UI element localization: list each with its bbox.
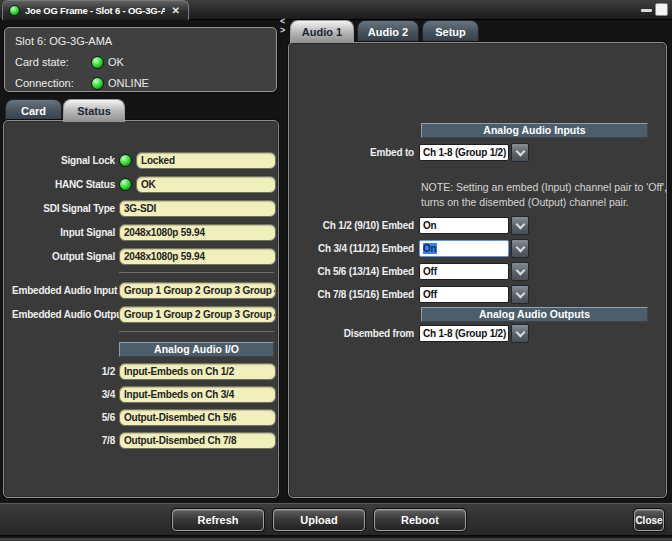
tab-setup-label: Setup — [435, 26, 466, 38]
connection-label: Connection: — [15, 77, 91, 89]
ch56-embed-dropdown[interactable]: Off — [419, 263, 509, 280]
channel-embed-row: Ch 1/2 (9/10) Embed On — [293, 217, 529, 234]
divider — [119, 272, 274, 273]
card-state-led-icon — [91, 56, 104, 69]
audio-1-panel: Analog Audio Inputs Embed to Ch 1-8 (Gro… — [288, 42, 667, 498]
channel-embed-row: Ch 5/6 (13/14) Embed Off — [293, 263, 529, 280]
note-text: NOTE: Setting an embed (Input) channel p… — [421, 180, 667, 210]
dropdown-label: Embed to — [293, 147, 414, 158]
dropdown-label: Ch 3/4 (11/12) Embed — [293, 243, 414, 254]
ch12-embed-dropdown[interactable]: On — [419, 217, 509, 234]
disembed-from-value: Ch 1-8 (Group 1/2) — [423, 328, 506, 339]
dropdown-label: Disembed from — [293, 328, 414, 339]
chevron-down-icon[interactable] — [511, 285, 529, 304]
card-state-label: Card state: — [15, 56, 91, 68]
connection-value: ONLINE — [108, 77, 149, 89]
field-label: HANC Status — [12, 179, 115, 190]
tab-scroll-control: < > — [280, 17, 288, 35]
chevron-down-icon[interactable] — [511, 324, 529, 343]
input-signal-row: Input Signal 2048x1080p 59.94 — [12, 224, 276, 241]
field-label: SDI Signal Type — [12, 203, 115, 214]
note-line-2: turns on the disembed (Output) channel p… — [421, 195, 667, 210]
slot-title: Slot 6: OG-3G-AMA — [15, 35, 112, 47]
embed-to-row: Embed to Ch 1-8 (Group 1/2) — [293, 144, 529, 161]
chevron-down-icon[interactable] — [511, 262, 529, 281]
dropdown-value: On — [423, 220, 437, 231]
field-value: Locked — [136, 152, 276, 169]
field-label: 3/4 — [12, 389, 115, 400]
embed-to-value: Ch 1-8 (Group 1/2) — [423, 147, 506, 158]
card-state-value: OK — [108, 56, 124, 68]
dropdown-label: Ch 1/2 (9/10) Embed — [293, 220, 414, 231]
field-label: Embedded Audio Input — [12, 285, 115, 296]
ch78-embed-dropdown[interactable]: Off — [419, 286, 509, 303]
tab-card-label: Card — [21, 105, 46, 117]
field-value: OK — [136, 176, 276, 193]
analog-io-row: 5/6 Output-Disembed Ch 5/6 — [12, 409, 276, 426]
embedded-audio-input-row: Embedded Audio Input Group 1 Group 2 Gro… — [12, 282, 276, 299]
reboot-button[interactable]: Reboot — [374, 509, 466, 531]
tab-setup[interactable]: Setup — [422, 20, 479, 43]
analog-io-row: 3/4 Input-Embeds on Ch 3/4 — [12, 386, 276, 403]
divider — [119, 331, 274, 332]
field-value: Group 1 Group 2 Group 3 Group 4 — [119, 282, 276, 299]
dropdown-label: Ch 7/8 (15/16) Embed — [293, 289, 414, 300]
close-icon[interactable]: ✕ — [170, 5, 182, 16]
analog-io-row: 1/2 Input-Embeds on Ch 1/2 — [12, 363, 276, 380]
hanc-status-row: HANC Status OK — [12, 176, 276, 193]
chevron-down-icon[interactable] — [511, 239, 529, 258]
slot-info-box: Slot 6: OG-3G-AMA Card state: OK Connect… — [4, 27, 277, 92]
connection-led-icon — [91, 77, 104, 90]
disembed-from-dropdown[interactable]: Ch 1-8 (Group 1/2) — [419, 325, 509, 342]
analog-audio-io-header: Analog Audio I/O — [119, 342, 274, 357]
tab-audio-2-label: Audio 2 — [368, 26, 408, 38]
maximize-icon[interactable] — [655, 3, 668, 16]
tab-audio-1[interactable]: Audio 1 — [290, 20, 354, 43]
embedded-audio-output-row: Embedded Audio Output Group 1 Group 2 Gr… — [12, 306, 276, 323]
chevron-down-icon[interactable] — [511, 216, 529, 235]
field-label: 7/8 — [12, 435, 115, 446]
field-value: Input-Embeds on Ch 1/2 — [119, 363, 276, 380]
slot-info-row: Slot 6: OG-3G-AMA — [15, 34, 112, 48]
field-value: Group 1 Group 2 Group 3 Group 4 — [119, 306, 276, 323]
green-led-icon — [119, 154, 132, 167]
window-title-tab[interactable]: Joe OG Frame - Slot 6 - OG-3G-AMA ✕ — [2, 0, 189, 20]
minimize-icon[interactable] — [641, 9, 652, 12]
field-value: Output-Disembed Ch 7/8 — [119, 432, 276, 449]
note-line-1: NOTE: Setting an embed (Input) channel p… — [421, 180, 667, 195]
field-label: Embedded Audio Output — [12, 309, 115, 320]
tab-audio-1-label: Audio 1 — [302, 26, 342, 38]
upload-button[interactable]: Upload — [273, 509, 365, 531]
refresh-button[interactable]: Refresh — [172, 509, 264, 531]
tab-status[interactable]: Status — [63, 99, 125, 122]
close-button[interactable]: Close — [634, 509, 664, 531]
tab-status-label: Status — [77, 105, 111, 117]
tab-scroll-right-icon[interactable]: > — [280, 26, 288, 35]
dropdown-value: Off — [423, 266, 437, 277]
dropdown-label: Ch 5/6 (13/14) Embed — [293, 266, 414, 277]
field-label: 1/2 — [12, 366, 115, 377]
field-value: 2048x1080p 59.94 — [119, 248, 276, 265]
connection-led-icon — [9, 5, 20, 16]
channel-embed-row: Ch 7/8 (15/16) Embed Off — [293, 286, 529, 303]
dropdown-value-selected: On — [423, 243, 437, 254]
footer-bar: Refresh Upload Reboot Close — [0, 503, 672, 536]
field-value: Input-Embeds on Ch 3/4 — [119, 386, 276, 403]
field-label: 5/6 — [12, 412, 115, 423]
tab-audio-2[interactable]: Audio 2 — [357, 20, 419, 43]
tab-card[interactable]: Card — [5, 99, 62, 122]
channel-embed-row: Ch 3/4 (11/12) Embed On — [293, 240, 529, 257]
chevron-down-icon[interactable] — [511, 143, 529, 162]
ch34-embed-dropdown[interactable]: On — [419, 240, 509, 257]
disembed-from-row: Disembed from Ch 1-8 (Group 1/2) — [293, 325, 529, 342]
field-label: Signal Lock — [12, 155, 115, 166]
window-title: Joe OG Frame - Slot 6 - OG-3G-AMA — [25, 5, 165, 16]
field-value: Output-Disembed Ch 5/6 — [119, 409, 276, 426]
analog-io-row: 7/8 Output-Disembed Ch 7/8 — [12, 432, 276, 449]
analog-audio-inputs-header: Analog Audio Inputs — [421, 123, 648, 138]
output-signal-row: Output Signal 2048x1080p 59.94 — [12, 248, 276, 265]
status-panel: Signal Lock Locked HANC Status OK SDI Si… — [3, 120, 279, 498]
embed-to-dropdown[interactable]: Ch 1-8 (Group 1/2) — [419, 144, 509, 161]
green-led-icon — [119, 178, 132, 191]
sdi-signal-type-row: SDI Signal Type 3G-SDI — [12, 200, 276, 217]
